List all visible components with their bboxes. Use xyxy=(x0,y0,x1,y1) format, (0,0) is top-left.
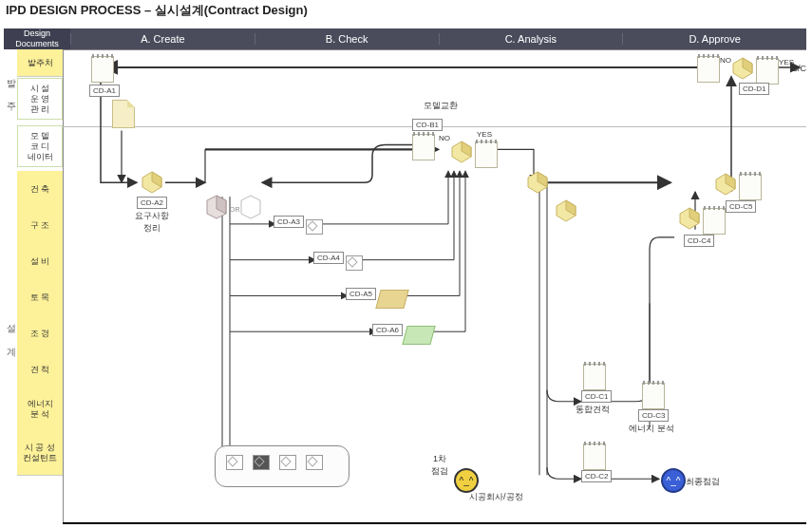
notepad-icon xyxy=(756,58,779,85)
label-final-check: 최종점검 xyxy=(686,476,720,488)
model-artifact-icon xyxy=(253,455,270,470)
lane-arch: 건 축 xyxy=(17,171,63,208)
page-title: IPD DESIGN PROCESS – 실시설계(Contract Desig… xyxy=(6,2,308,19)
phase-c-analysis: C. Analysis xyxy=(439,33,623,45)
lane-civil: 토 목 xyxy=(17,279,63,316)
swimlane-group-owner: 발 주 xyxy=(4,57,17,122)
code-cd-c3: CD-C3 xyxy=(638,409,669,422)
building-icon xyxy=(139,168,165,195)
svg-marker-4 xyxy=(241,196,260,218)
notepad-icon xyxy=(642,383,665,409)
model-artifact-icon xyxy=(226,455,243,470)
person-icon: ^_^ xyxy=(661,468,686,493)
lane-construct: 시 공 성 컨설턴트 xyxy=(17,431,63,476)
label-yes: YES xyxy=(477,130,492,139)
building-icon xyxy=(448,138,475,164)
label-requirements: 요구사항 정리 xyxy=(135,210,169,235)
label-bc: B/C xyxy=(792,64,806,73)
building-icon xyxy=(676,204,703,231)
model-artifact-icon xyxy=(279,455,296,470)
lane-energy: 에너지 분 석 xyxy=(17,387,63,432)
label-model-exchange: 모델교환 xyxy=(424,100,458,112)
code-cd-c4: CD-C4 xyxy=(684,235,714,247)
notepad-icon xyxy=(475,141,498,168)
document-icon xyxy=(112,100,135,128)
label-integrated-estimate: 통합견적 xyxy=(576,404,610,416)
landscape-icon xyxy=(402,326,435,345)
code-cd-c2: CD-C2 xyxy=(581,470,612,482)
lane-struct: 구 조 xyxy=(17,207,63,244)
swimlane-group-design: 설 계 xyxy=(4,163,17,505)
notepad-icon xyxy=(697,56,720,83)
phase-header-design-documents: DesignDocuments xyxy=(4,28,70,49)
notepad-icon xyxy=(739,174,762,200)
code-cd-a4: CD-A4 xyxy=(313,252,344,264)
phase-a-create: A. Create xyxy=(70,33,255,45)
building-icon xyxy=(712,170,739,197)
phase-d-approve: D. Approve xyxy=(622,33,806,45)
building-icon xyxy=(524,168,551,195)
model-artifact-icon xyxy=(306,219,323,235)
model-artifact-icon xyxy=(306,455,323,470)
building-icon xyxy=(203,193,230,219)
label-contractor: 시공회사/공정 xyxy=(469,491,523,503)
model-artifact-icon xyxy=(346,255,363,271)
lane-owner: 발주처 xyxy=(17,49,63,77)
notepad-icon xyxy=(583,364,606,390)
phase-header-bar: DesignDocuments A. Create B. Check C. An… xyxy=(4,28,806,49)
notepad-icon xyxy=(91,56,114,83)
code-cd-a2: CD-A2 xyxy=(137,197,167,209)
lane-mep: 설 비 xyxy=(17,243,63,280)
notepad-icon xyxy=(583,443,606,470)
building-icon xyxy=(729,54,756,81)
swimlane-column: 발 주 설 계 발주처 시 설 운 영 관 리 모 델 코 디 네이터 건 축 … xyxy=(4,49,64,524)
code-cd-a1: CD-A1 xyxy=(89,85,120,97)
code-cd-c5: CD-C5 xyxy=(726,200,756,213)
code-cd-a5: CD-A5 xyxy=(346,288,376,300)
code-cd-d1: CD-D1 xyxy=(739,83,769,95)
lane-landscape: 조 경 xyxy=(17,315,63,352)
building-outline-icon xyxy=(237,193,264,219)
lane-facility: 시 설 운 영 관 리 xyxy=(17,78,63,120)
phase-b-check: B. Check xyxy=(255,33,439,45)
code-cd-a3: CD-A3 xyxy=(274,216,304,228)
label-energy-analysis: 에너지 분석 xyxy=(629,423,674,435)
notepad-icon xyxy=(703,208,726,235)
code-cd-c1: CD-C1 xyxy=(581,390,612,403)
label-or: OR xyxy=(230,206,240,213)
code-cd-a6: CD-A6 xyxy=(372,324,403,336)
diagram-canvas: CD-A1 CD-A2 요구사항 정리 OR CD-A3 CD-A4 CD-A5… xyxy=(63,49,806,524)
notepad-icon xyxy=(412,134,435,160)
lane-estimate: 견 적 xyxy=(17,351,63,388)
person-icon: ^_^ xyxy=(454,468,479,493)
building-icon xyxy=(553,197,579,223)
label-first-check: 1차 점검 xyxy=(431,453,448,478)
plan-icon xyxy=(375,290,408,309)
lane-coordinator: 모 델 코 디 네이터 xyxy=(17,125,63,167)
code-cd-b1: CD-B1 xyxy=(412,119,443,131)
